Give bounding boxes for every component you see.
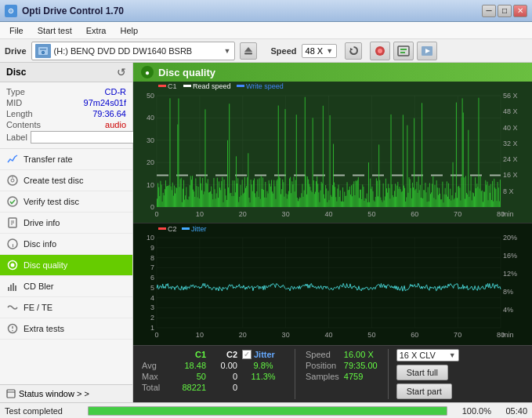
mid-value: 97m24s01f [84,98,126,107]
contents-value: audio [105,120,126,129]
total-label: Total [139,382,168,393]
total-c2: 0 [208,382,240,393]
chart-c2 [133,224,532,345]
drive-bar: Drive (H:) BENQ DVD DD DW1640 BSRB ▼ Spe… [0,39,532,63]
avg-c2: 0.00 [208,360,240,371]
sidebar-item-disc-info[interactable]: i Disc info [0,234,132,255]
position-row: Position 79:35.00 [303,360,380,371]
col-header-empty [139,349,168,360]
svg-rect-33 [7,390,15,398]
toolbar-icon-3[interactable] [417,42,437,60]
speed-refresh-button[interactable] [345,42,362,60]
max-label: Max [139,371,168,382]
fe-te-icon [6,301,19,314]
label-label: Label [6,133,27,142]
speed-select[interactable]: 48 X ▼ [302,44,338,58]
label-input[interactable] [31,131,135,144]
max-c1: 50 [168,371,208,382]
drive-dropdown-icon[interactable]: ▼ [224,47,231,55]
start-full-button[interactable]: Start full [396,365,448,380]
disc-arrow-icon[interactable]: ↺ [117,66,126,78]
col-header-c2: C2 [208,349,240,360]
menu-help[interactable]: Help [114,24,144,37]
drive-select[interactable]: (H:) BENQ DVD DD DW1640 BSRB ▼ [31,42,235,60]
max-c2: 0 [208,371,240,382]
contents-label: Contents [6,120,41,129]
verify-test-disc-icon [6,195,19,208]
app-icon: ⊙ [5,5,17,17]
sidebar-item-transfer-rate[interactable]: Transfer rate [0,149,132,170]
minimize-button[interactable]: ─ [482,5,496,17]
jitter-checkbox[interactable]: ✓ [242,350,252,359]
nav-label-disc-quality: Disc quality [24,260,67,270]
type-label: Type [6,87,25,96]
sidebar: Disc ↺ Type CD-R MID 97m24s01f Length 79… [0,63,133,402]
nav-label-extra-tests: Extra tests [24,324,64,333]
avg-c1: 18.48 [168,360,208,371]
stats-row-max: Max 50 0 11.3% [139,371,287,382]
menu-start-test[interactable]: Start test [31,24,78,37]
sidebar-item-fe-te[interactable]: FE / TE [0,297,132,318]
transfer-rate-icon [6,153,19,165]
drive-label: Drive [5,46,27,56]
disc-title: Disc [6,67,26,78]
speed-label: Speed [271,46,297,56]
avg-jitter: 9.8% [240,360,287,371]
menu-extra[interactable]: Extra [80,24,113,37]
stats-divider-2 [388,349,389,399]
speed-key: Speed [303,349,342,360]
menu-file[interactable]: File [3,24,30,37]
charts-container [133,82,532,345]
disc-label-row: Label ✎ [6,131,126,144]
svg-rect-1 [40,49,46,50]
progress-bar [88,406,447,416]
type-value: CD-R [105,87,127,96]
position-key: Position [303,360,342,371]
extra-tests-icon [6,322,19,335]
toolbar-icon-1[interactable] [370,42,390,60]
sidebar-item-drive-info[interactable]: Drive info [0,213,132,234]
c2-canvas [133,224,532,345]
menu-bar: File Start test Extra Help [0,22,532,39]
toolbar-icon-2[interactable] [393,42,414,60]
total-jitter-empty [240,382,287,393]
close-button[interactable]: ✕ [513,5,527,17]
nav-label-transfer-rate: Transfer rate [24,154,73,164]
start-part-button[interactable]: Start part [396,383,452,399]
sidebar-item-cd-bler[interactable]: CD Bler [0,276,132,297]
svg-point-32 [12,330,13,332]
max-jitter: 11.3% [240,371,287,382]
length-label: Length [6,109,33,118]
disc-quality-header-icon: ● [141,66,154,78]
sidebar-item-disc-quality[interactable]: Disc quality [0,255,132,276]
mid-label: MID [6,98,22,107]
svg-rect-27 [10,285,12,291]
nav-items: Transfer rate Create test disc Verify te… [0,149,132,384]
drive-eject-button[interactable] [240,42,257,60]
sidebar-item-extra-tests[interactable]: Extra tests [0,318,132,340]
sidebar-item-verify-test-disc[interactable]: Verify test disc [0,191,132,213]
svg-rect-9 [398,46,409,56]
stats-table: C1 C2 ✓ Jitter Avg 18.48 [139,349,287,393]
status-bar: Test completed 100.0% 05:40 [0,402,532,418]
status-window-button[interactable]: Status window > > [0,384,132,402]
nav-label-drive-info: Drive info [24,218,60,227]
speed-dropdown-chevron[interactable]: ▼ [326,47,333,55]
speed-info-table: Speed 16.00 X Position 79:35.00 Samples … [303,349,380,382]
content-area: ● Disc quality C1 C2 [133,63,532,402]
samples-val: 4759 [342,371,380,382]
status-window-label: Status window > > [19,389,89,398]
stats-bar: C1 C2 ✓ Jitter Avg 18.48 [133,345,532,402]
svg-marker-4 [244,47,252,52]
maximize-button[interactable]: □ [498,5,512,17]
col-header-jitter: ✓ Jitter [240,349,287,360]
disc-quality-icon [6,259,19,271]
svg-point-3 [42,52,44,53]
speed-dropdown-value: 16 X CLV [400,351,436,360]
speed-val: 16.00 X [342,349,380,360]
sidebar-item-create-test-disc[interactable]: Create test disc [0,170,132,191]
chart-c1 [133,82,532,224]
drive-info-icon [6,216,19,229]
speed-dropdown[interactable]: 16 X CLV ▼ [396,349,459,362]
svg-rect-26 [8,287,9,291]
